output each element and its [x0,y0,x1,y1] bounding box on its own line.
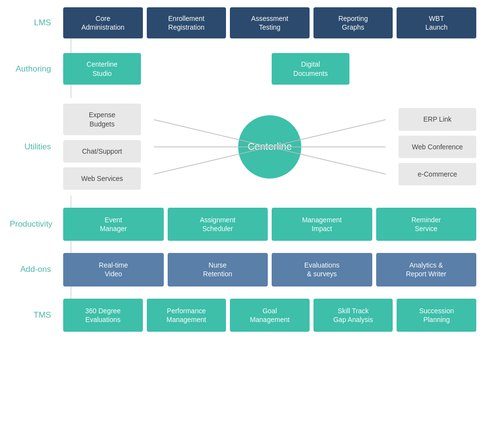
utilities-left-1: ExpenseBudgets [63,104,141,135]
svg-line-2 [154,147,270,174]
addons-label: Add-ons [10,265,58,274]
lms-box-5: WBTLaunch [397,7,476,38]
addons-box-3: Evaluations& surveys [272,253,372,286]
tms-box-2: PerformanceManagement [147,299,226,332]
utilities-right-2: Web Conference [399,136,476,158]
utilities-label: Utilities [10,142,58,152]
utilities-right-1: ERP Link [399,108,476,130]
authoring-box-1: CenterlineStudio [63,53,141,84]
authoring-row: Authoring CenterlineStudio DigitalDocume… [10,53,476,84]
spoke-lines [141,98,399,196]
lms-box-4: ReportingGraphs [313,7,393,38]
productivity-box-2: AssignmentScheduler [168,208,268,241]
utilities-row: Utilities ExpenseBudgets Chat/Support We… [10,98,476,196]
lms-box-2: EnrollementRegistration [147,7,226,38]
lms-row: LMS CoreAdministration EnrollementRegist… [10,7,476,38]
tms-box-4: Skill TrackGap Analysis [313,299,393,332]
lms-box-1: CoreAdministration [63,7,143,38]
svg-line-3 [270,120,386,147]
productivity-box-4: ReminderService [376,208,477,241]
addons-box-4: Analytics &Report Writer [376,253,477,286]
productivity-label: Productivity [10,219,58,229]
productivity-box-3: ManagementImpact [272,208,372,241]
addons-row: Add-ons Real-timeVideo NurseRetention Ev… [10,253,476,286]
lms-box-3: AssessmentTesting [230,7,310,38]
productivity-box-1: EventManager [63,208,164,241]
utilities-left-3: Web Services [63,167,141,190]
addons-box-1: Real-timeVideo [63,253,164,286]
tms-row: TMS 360 DegreeEvaluations PerformanceMan… [10,299,476,332]
authoring-label: Authoring [10,64,58,74]
utilities-left-2: Chat/Support [63,140,141,162]
lms-label: LMS [10,18,58,28]
tms-box-5: SuccessionPlanning [397,299,476,332]
tms-box-1: 360 DegreeEvaluations [63,299,143,332]
tms-box-3: GoalManagement [230,299,310,332]
utilities-right-3: e-Commerce [399,163,476,185]
addons-box-2: NurseRetention [168,253,268,286]
tms-label: TMS [10,310,58,320]
svg-line-5 [270,147,386,174]
svg-line-0 [154,120,270,147]
authoring-box-2: DigitalDocuments [272,53,349,84]
productivity-row: Productivity EventManager AssignmentSche… [10,208,476,241]
